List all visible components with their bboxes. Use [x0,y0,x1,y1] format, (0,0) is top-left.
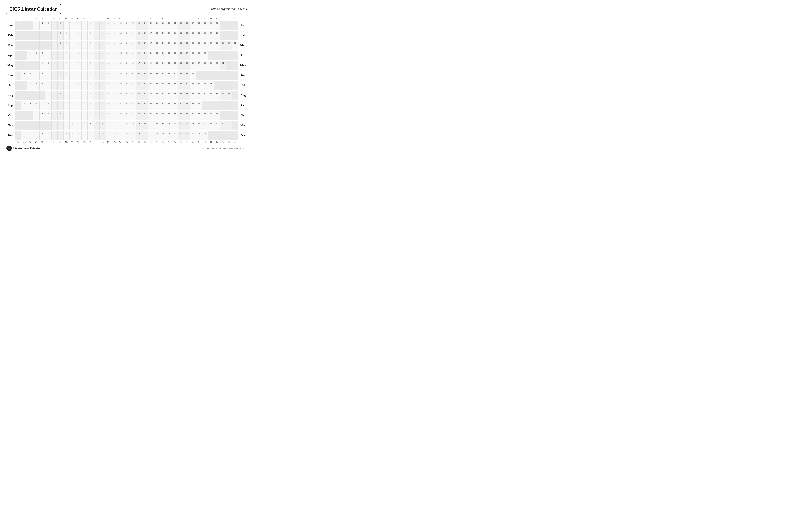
dow-label: Sa [136,17,142,20]
day-number: 03 [42,82,43,84]
day-cell: 19 [142,21,148,30]
day-number: 23 [156,132,158,134]
day-cell: 10 [76,131,82,140]
day-number: 02 [35,52,37,54]
day-cell: 10 [76,101,82,110]
day-cell: 26 [202,41,208,50]
day-number: 21 [144,102,146,104]
day-number: 14 [102,102,103,104]
day-cell [232,21,238,30]
day-cell: 10 [82,81,88,90]
day-number: 02 [54,92,55,94]
day-number: 26 [186,112,188,114]
day-number: 03 [47,22,49,24]
month-label-left: Sep [5,101,15,111]
day-cell: 05 [52,81,58,90]
day-cell: 26 [190,61,196,70]
day-number: 09 [96,92,98,94]
day-cell: 10 [100,91,105,100]
day-cell: 22 [178,121,184,130]
dow-label-bottom: Su [100,141,105,144]
day-cell [232,71,238,80]
month-label-right: Nov [238,121,248,130]
day-cell: 05 [45,101,52,110]
day-number: 03 [29,72,31,74]
day-number: 02 [42,112,43,114]
day-cell: 27 [208,31,214,40]
day-cell: 24 [190,121,196,130]
dow-label-bottom: Mo [148,141,154,144]
day-number: 02 [29,102,31,104]
day-cell [33,121,39,130]
day-cell: 05 [76,31,82,40]
day-number: 14 [132,122,134,124]
day-cell: 14 [106,81,112,90]
day-cell: 09 [94,91,100,100]
day-number: 15 [108,102,110,104]
month-label-left: Aug [5,91,15,100]
day-number: 17 [132,112,134,114]
day-number: 27 [198,62,200,64]
day-cell [226,61,232,70]
day-number: 07 [78,62,79,64]
day-number: 08 [84,62,85,64]
day-number: 14 [114,112,115,114]
day-cell: 07 [70,21,75,30]
day-cell: 08 [70,51,75,60]
day-number: 24 [174,22,176,24]
day-cell: 11 [94,21,100,30]
day-cell: 15 [106,131,112,140]
month-label-right: May [238,61,248,70]
day-number: 18 [138,112,140,114]
day-number: 10 [84,52,85,54]
day-cell [15,81,21,90]
day-number: 10 [108,122,110,124]
day-number: 21 [144,132,146,134]
day-number: 04 [42,132,43,134]
day-cell: 11 [94,111,100,120]
month-row: Aug0102030405060708091011121314151617181… [5,91,248,100]
day-number: 29 [198,82,200,84]
dow-label-bottom: Su [57,141,63,144]
day-number: 23 [186,32,188,34]
day-cell: 18 [118,71,124,80]
day-number: 09 [102,32,103,34]
page: 2025 Linear Calendar Life is bigger than… [0,0,253,154]
day-number: 25 [162,72,164,74]
dow-label-bottom: Th [124,141,130,144]
day-number: 22 [144,72,146,74]
day-cell [15,21,21,30]
day-number: 22 [168,62,170,64]
calendar-wrapper: SuMoTuWeThFrSaSuMoTuWeThFrSaSuMoTuWeThFr… [5,17,248,144]
day-cell: 02 [58,31,63,40]
day-number: 26 [204,32,206,34]
day-number: 08 [72,52,73,54]
dow-label-bottom: Th [82,141,87,144]
day-cell [15,131,21,140]
day-number: 07 [90,42,91,44]
copyright: 2025 Linear Calendar © Nick Milo. Licens… [201,147,247,149]
day-cell: 13 [112,61,118,70]
day-cell: 24 [172,111,178,120]
day-number: 22 [162,112,164,114]
day-cell: 10 [106,41,112,50]
day-cell: 12 [106,61,112,70]
day-cell: 11 [88,51,93,60]
day-cell: 05 [70,91,75,100]
day-number: 26 [168,72,170,74]
day-number: 06 [60,52,61,54]
day-number: 22 [150,132,151,134]
day-cell: 21 [172,41,178,50]
footer-brand: ✳ LinkingYourThinking [6,146,41,151]
day-cell: 23 [160,81,166,90]
day-cell: 30 [208,21,214,30]
dow-label: Tu [69,17,75,20]
day-number: 24 [168,52,170,54]
dow-label-bottom: Fr [88,141,93,144]
day-number: 09 [72,102,73,104]
day-number: 12 [114,92,115,94]
day-number: 01 [24,102,25,104]
dow-label-bottom: Tu [196,141,202,144]
day-number: 07 [72,112,73,114]
day-number: 31 [210,82,212,84]
